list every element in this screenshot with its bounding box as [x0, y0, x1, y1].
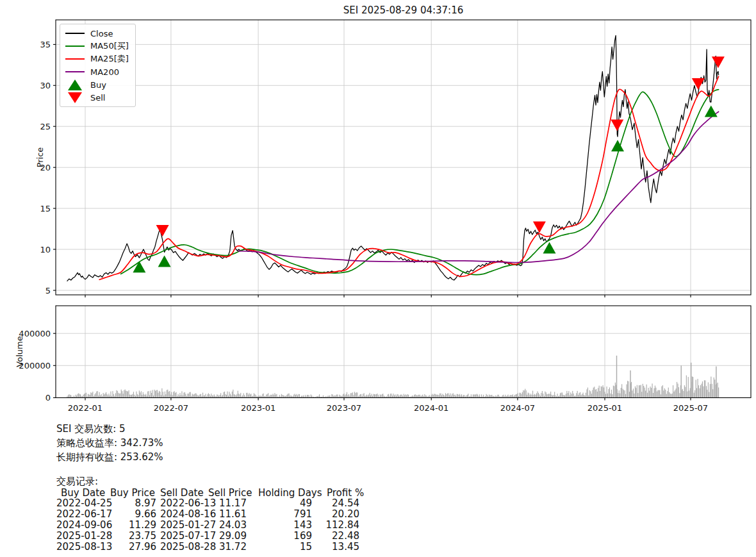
legend-label: Buy [90, 80, 106, 90]
trade-row: 2024-09-0611.292025-01-2724.03143112.84 [56, 520, 359, 531]
chart-title: SEI 2025-08-29 04:37:16 [56, 4, 751, 16]
trade-cell: 2022-06-13 [156, 498, 219, 509]
trade-markers [133, 56, 725, 272]
trade-cell: 2022-04-25 [56, 498, 115, 509]
legend-label: MA50[买] [90, 40, 129, 52]
trade-cell: 27.96 [115, 542, 156, 553]
x-tick-label: 2023-07 [327, 403, 361, 413]
buy-marker [158, 255, 171, 267]
buy-marker [543, 242, 556, 254]
trades-section: 交易记录: Buy DateBuy PriceSell DateSell Pri… [56, 476, 359, 553]
x-tick-label: 2022-01 [68, 403, 103, 413]
volume-axis-label: Volume [15, 334, 24, 370]
buy-triangle-icon [65, 79, 85, 91]
trade-cell: 169 [245, 531, 312, 542]
price-tick-label: 5 [45, 286, 51, 295]
legend-line-swatch [65, 46, 85, 47]
legend-label: Sell [90, 93, 105, 103]
trade-cell: 23.75 [115, 531, 156, 542]
price-tick-label: 35 [40, 40, 51, 49]
trade-cell: 13.45 [312, 542, 359, 553]
trade-cell: 49 [245, 498, 312, 509]
stat-trade-count: SEI 交易次数: 5 [56, 422, 163, 436]
volume-tick-label: 0 [45, 393, 51, 403]
legend-item-ma25-: MA25[卖] [65, 53, 129, 65]
trade-cell: 2022-06-17 [56, 509, 115, 520]
legend-item-ma50-: MA50[买] [65, 40, 129, 53]
trades-header-row: Buy DateBuy PriceSell DateSell PriceHold… [56, 487, 359, 498]
legend: CloseMA50[买]MA25[卖]MA200BuySell [60, 24, 136, 107]
buy-marker [705, 105, 718, 117]
legend-line-swatch [65, 71, 85, 72]
price-tick-label: 15 [40, 204, 51, 213]
trade-cell: 2025-08-28 [156, 542, 219, 553]
sell-triangle-icon [65, 92, 85, 104]
x-tick-label: 2025-07 [673, 403, 708, 413]
trade-row: 2022-04-258.972022-06-1311.174924.54 [56, 498, 359, 509]
price-tick-label: 30 [40, 81, 51, 90]
trades-header: Holding Days [258, 487, 322, 499]
x-tick-label: 2025-01 [588, 403, 622, 413]
legend-label: MA200 [90, 67, 119, 77]
trade-cell: 24.54 [312, 498, 359, 509]
buy-marker [133, 261, 145, 272]
axes-frames [53, 20, 751, 401]
trades-rows: 2022-04-258.972022-06-1311.174924.542022… [56, 498, 359, 553]
buy-marker [611, 140, 624, 151]
trade-cell: 22.48 [312, 531, 359, 542]
x-tick-label: 2024-01 [414, 403, 448, 413]
ma50--line [121, 90, 719, 275]
trade-cell: 2025-08-13 [56, 542, 115, 553]
legend-item-ma200: MA200 [65, 65, 129, 78]
trade-cell: 20.20 [312, 509, 359, 520]
trade-cell: 29.09 [219, 531, 245, 542]
trades-header: Sell Price [208, 487, 252, 499]
stat-hold-return: 长期持有收益: 253.62% [56, 450, 163, 464]
trade-cell: 791 [245, 509, 312, 520]
figure: 510152025303502000004000002022-012022-07… [0, 0, 756, 557]
ma200-line [238, 112, 719, 262]
price-tick-label: 25 [40, 122, 51, 131]
sell-marker [611, 120, 623, 131]
trade-cell: 8.97 [115, 498, 156, 509]
legend-line-swatch [65, 33, 85, 34]
legend-item-buy: Buy [65, 78, 129, 91]
trade-cell: 9.66 [115, 509, 156, 520]
sell-marker [533, 221, 546, 233]
x-tick-label: 2024-07 [500, 403, 535, 413]
trade-cell: 112.84 [312, 520, 359, 531]
x-tick-label: 2023-01 [241, 403, 275, 413]
trade-row: 2025-08-1327.962025-08-2831.721513.45 [56, 542, 359, 553]
trade-row: 2022-06-179.662024-08-1611.6179120.20 [56, 509, 359, 520]
trade-cell: 11.29 [115, 520, 156, 531]
trades-title: 交易记录: [56, 476, 359, 487]
trade-cell: 2025-01-28 [56, 531, 115, 542]
legend-item-close: Close [65, 27, 129, 40]
trade-cell: 24.03 [219, 520, 245, 531]
trade-cell: 2025-07-17 [156, 531, 219, 542]
legend-item-sell: Sell [65, 91, 129, 104]
trade-cell: 2025-01-27 [156, 520, 219, 531]
trade-cell: 2024-08-16 [156, 509, 219, 520]
gridlines [56, 20, 751, 398]
stat-strategy-return: 策略总收益率: 342.73% [56, 436, 163, 450]
price-tick-label: 10 [40, 245, 51, 254]
legend-line-swatch [65, 58, 85, 60]
trade-cell: 15 [245, 542, 312, 553]
trades-header: Sell Date [160, 487, 204, 499]
volume-frame [56, 306, 751, 398]
trade-cell: 2024-09-06 [56, 520, 115, 531]
x-tick-label: 2022-07 [154, 403, 188, 413]
trades-header: Buy Price [110, 487, 155, 499]
stats-block: SEI 交易次数: 5 策略总收益率: 342.73% 长期持有收益: 253.… [56, 422, 163, 464]
trade-cell: 11.61 [219, 509, 245, 520]
sell-marker [712, 56, 725, 68]
trade-row: 2025-01-2823.752025-07-1729.0916922.48 [56, 531, 359, 542]
legend-label: Close [90, 29, 113, 38]
trade-cell: 143 [245, 520, 312, 531]
close-line [67, 35, 719, 281]
trade-cell: 11.17 [219, 498, 245, 509]
trades-header: Buy Date [61, 487, 105, 499]
trades-header: Profit % [327, 487, 364, 499]
legend-label: MA25[卖] [90, 53, 129, 65]
